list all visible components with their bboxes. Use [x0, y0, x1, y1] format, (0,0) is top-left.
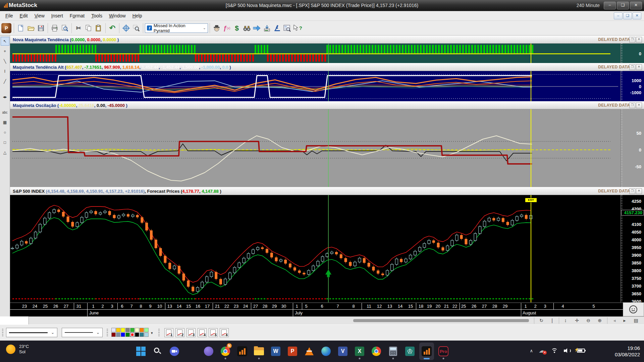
zoom-out-button[interactable]: ⊖ [584, 317, 593, 324]
print-preview-button[interactable] [60, 23, 70, 33]
template-dropdown[interactable]: f Missed In Action Pyramid ⌄ [145, 23, 208, 33]
child-close-button[interactable]: ✕ [633, 12, 641, 19]
maximize-button[interactable]: ❏ [617, 2, 629, 9]
file-explorer[interactable] [252, 343, 266, 360]
triangle-tool[interactable]: △ [1, 148, 9, 157]
tendencia-alt-indicator-chart[interactable]: 10000-1000 [10, 71, 644, 101]
color-swatch[interactable] [140, 328, 144, 332]
refresh-button[interactable]: ↻ [537, 317, 546, 324]
line-weight-dropdown[interactable]: ⌄ [62, 328, 103, 337]
color-swatch[interactable] [116, 328, 120, 332]
color-swatch[interactable] [144, 333, 149, 337]
volume-icon[interactable] [564, 348, 571, 354]
chat-app[interactable] [167, 343, 182, 360]
menu-insert[interactable]: Insert [48, 12, 66, 20]
color-swatch[interactable] [116, 333, 120, 337]
trendline-tool[interactable]: ╲ [1, 57, 9, 66]
tray-chevron-icon[interactable]: ∧ [530, 348, 533, 353]
scroll-next-button[interactable]: ▸ [620, 317, 629, 324]
menu-view[interactable]: View [31, 12, 48, 20]
data-window-button[interactable]: ▤ [631, 317, 641, 324]
zoom-select-button[interactable] [131, 23, 141, 33]
ellipse-tool[interactable]: ○ [1, 128, 9, 137]
pointer-tool[interactable]: ↖ [1, 37, 9, 46]
panel-close-button[interactable]: ✕ [636, 188, 642, 194]
color-swatch[interactable] [135, 328, 139, 332]
date-axis-months[interactable]: JuneJulyAugust [10, 309, 623, 316]
vlc[interactable] [302, 343, 317, 360]
menu-file[interactable]: File [2, 12, 16, 20]
metastock-app[interactable] [235, 343, 250, 360]
child-restore-button[interactable]: ❏ [623, 12, 632, 19]
wifi-icon[interactable] [551, 348, 558, 354]
chart-template-button-2[interactable]: 2 [175, 328, 184, 337]
date-axis-days[interactable]: 2324252627311236789101314151617212223242… [10, 302, 623, 309]
color-swatch[interactable] [130, 328, 135, 332]
options-dollar-button[interactable]: $ [232, 23, 242, 33]
menu-tools[interactable]: Tools [88, 12, 106, 20]
purple-app[interactable] [201, 343, 216, 360]
panel-restore-button[interactable]: ❐ [629, 103, 635, 108]
chart-template-button-6[interactable]: 6 [220, 328, 229, 337]
system-tester-microscope-button[interactable] [272, 23, 282, 33]
color-swatch[interactable] [121, 328, 125, 332]
oscilacao-indicator-chart[interactable]: 500-50 [10, 109, 644, 187]
color-swatch[interactable] [111, 333, 116, 337]
menu-edit[interactable]: Edit [16, 12, 31, 20]
panel-close-button[interactable]: ✕ [636, 37, 642, 43]
text-tool[interactable]: abc [1, 108, 9, 117]
scrollbar-thumb[interactable] [353, 319, 529, 322]
downloader-button[interactable] [262, 23, 272, 33]
chess-app[interactable]: ♔ [402, 343, 417, 360]
cut-button[interactable]: ✂ [73, 23, 84, 33]
rectangle-tool[interactable]: □ [1, 138, 9, 147]
line-style-dropdown[interactable]: ⌄ [6, 328, 57, 337]
menu-window[interactable]: Window [106, 12, 129, 20]
vertical-scale-button[interactable]: ↕ [561, 317, 570, 324]
excel[interactable]: X [352, 343, 367, 360]
start-button[interactable] [133, 343, 148, 360]
menu-format[interactable]: Format [66, 12, 88, 20]
context-help-button[interactable]: ? [292, 23, 302, 33]
copy-button[interactable] [84, 23, 94, 33]
close-button[interactable]: ✕ [630, 2, 642, 9]
chart-template-button-5[interactable]: 5 [209, 328, 218, 337]
color-swatch[interactable] [130, 333, 135, 337]
chart-template-button-1[interactable]: 1 [164, 328, 173, 337]
visio[interactable]: V [335, 343, 350, 360]
layout-preview-button[interactable] [282, 23, 292, 33]
weather-widget[interactable]: 23°C Sol [6, 344, 29, 355]
color-swatch[interactable] [144, 328, 149, 332]
tendencia-indicator-chart[interactable]: 0 [10, 44, 644, 63]
price-candlestick-chart[interactable]: EXIT 42504200410040504000395039003850380… [10, 195, 644, 302]
scroll-arrows-tool[interactable]: ◂▸ [1, 93, 9, 101]
color-swatch[interactable] [121, 333, 125, 337]
word[interactable]: W [268, 343, 283, 360]
power-console-icon[interactable]: P [1, 23, 11, 33]
battery-icon[interactable]: ⚡ [577, 349, 585, 353]
scroll-prev-button[interactable]: ◂ [610, 317, 619, 324]
panel-close-button[interactable]: ✕ [636, 64, 642, 70]
minimize-button[interactable]: – [604, 2, 616, 9]
calculator[interactable] [386, 343, 400, 360]
color-swatch[interactable] [125, 333, 130, 337]
indicator-builder-button[interactable]: ƒ(x) [222, 23, 232, 33]
menu-help[interactable]: Help [129, 12, 146, 20]
pan-button[interactable]: ✛ [572, 317, 582, 324]
panel-restore-button[interactable]: ❐ [629, 188, 635, 194]
new-chart-button[interactable] [16, 23, 26, 33]
powerpoint[interactable]: P [285, 343, 300, 360]
palette-dropdown-arrow[interactable]: ▾ [151, 331, 153, 335]
print-button[interactable] [50, 23, 60, 33]
panel-restore-button[interactable]: ❐ [629, 64, 635, 70]
undo-button[interactable]: ↶ [107, 23, 117, 33]
forecaster-arrow-button[interactable] [252, 23, 262, 33]
explorer-binoculars-button[interactable] [242, 23, 252, 33]
zoom-in-button[interactable]: ⊕ [595, 317, 604, 324]
paste-button[interactable] [94, 23, 104, 33]
save-button[interactable] [36, 23, 46, 33]
chart-template-button-3[interactable]: 3 [186, 328, 196, 337]
onedrive-error-icon[interactable]: ☁✕ [539, 347, 545, 354]
color-swatch[interactable] [125, 328, 130, 332]
chrome-profile[interactable]: N [218, 343, 233, 360]
